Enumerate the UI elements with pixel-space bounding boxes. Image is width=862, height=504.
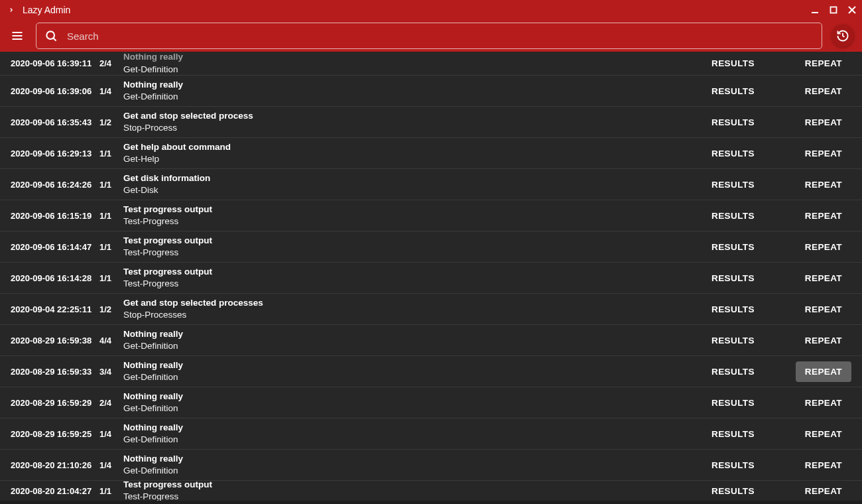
results-button[interactable]: RESULTS [702,330,764,351]
history-row: 2020-09-06 16:39:061/4Nothing reallyGet-… [0,76,862,107]
row-subtitle: Test-Progress [123,491,702,501]
history-row: 2020-09-06 16:14:471/1Test progress outp… [0,231,862,263]
row-description: Get and stop selected processStop-Proces… [123,110,702,134]
row-actions: RESULTSREPEAT [702,112,851,133]
row-subtitle: Get-Definition [123,403,702,414]
row-count: 1/4 [99,86,123,96]
row-subtitle: Get-Definition [123,465,702,477]
row-count: 1/1 [99,149,123,158]
row-title: Get and stop selected processes [123,297,702,309]
row-timestamp: 2020-09-06 16:24:26 [11,180,99,190]
results-button[interactable]: RESULTS [702,81,764,101]
history-row: 2020-08-29 16:59:292/4Nothing reallyGet-… [0,387,862,418]
row-timestamp: 2020-08-29 16:59:38 [11,336,99,346]
row-count: 1/1 [99,273,123,283]
row-count: 1/1 [99,242,123,252]
close-icon[interactable] [847,5,857,15]
row-timestamp: 2020-08-29 16:59:33 [11,367,99,377]
history-row: 2020-08-20 21:10:261/4Nothing reallyGet-… [0,450,862,481]
row-description: Nothing reallyGet-Definition [123,79,702,103]
history-row: 2020-08-29 16:59:333/4Nothing reallyGet-… [0,356,862,387]
results-button[interactable]: RESULTS [702,481,764,501]
row-timestamp: 2020-08-20 21:04:27 [11,486,99,496]
svg-line-8 [54,38,56,41]
history-row: 2020-09-06 16:24:261/1Get disk informati… [0,169,862,200]
toolbar [0,20,862,52]
row-title: Get disk information [123,172,702,184]
repeat-button[interactable]: REPEAT [796,393,851,413]
repeat-button[interactable]: REPEAT [796,174,851,195]
row-timestamp: 2020-08-29 16:59:25 [11,429,99,439]
results-button[interactable]: RESULTS [702,361,764,382]
results-button[interactable]: RESULTS [702,143,764,164]
repeat-button[interactable]: REPEAT [796,53,851,74]
row-actions: RESULTSREPEAT [702,143,851,164]
repeat-button[interactable]: REPEAT [796,424,851,444]
history-row: 2020-09-06 16:35:431/2Get and stop selec… [0,107,862,138]
search-input[interactable] [67,31,814,42]
row-actions: RESULTSREPEAT [702,299,851,320]
row-actions: RESULTSREPEAT [702,268,851,288]
row-description: Nothing reallyGet-Definition [123,391,702,414]
repeat-button[interactable]: REPEAT [796,481,851,501]
chevron-right-icon[interactable] [5,4,17,16]
history-row: 2020-08-29 16:59:384/4Nothing reallyGet-… [0,325,862,356]
repeat-button[interactable]: REPEAT [796,299,851,320]
results-button[interactable]: RESULTS [702,237,764,257]
results-button[interactable]: RESULTS [702,174,764,195]
row-description: Nothing reallyGet-Definition [123,422,702,446]
repeat-button[interactable]: REPEAT [796,143,851,164]
row-timestamp: 2020-09-06 16:14:47 [11,242,99,252]
repeat-button[interactable]: REPEAT [796,112,851,133]
row-title: Nothing really [123,359,702,371]
history-row: 2020-08-29 16:59:251/4Nothing reallyGet-… [0,418,862,450]
title-bar: Lazy Admin [0,0,862,20]
results-button[interactable]: RESULTS [702,424,764,444]
search-box[interactable] [36,23,822,49]
row-count: 4/4 [99,336,123,346]
row-title: Nothing really [123,328,702,340]
history-row: 2020-09-06 16:39:112/4Nothing reallyGet-… [0,52,862,76]
maximize-icon[interactable] [829,5,838,15]
repeat-button[interactable]: REPEAT [796,455,851,475]
results-button[interactable]: RESULTS [702,112,764,133]
minimize-icon[interactable] [810,5,820,15]
repeat-button[interactable]: REPEAT [796,330,851,351]
repeat-button[interactable]: REPEAT [796,81,851,101]
row-count: 1/2 [99,117,123,127]
row-subtitle: Get-Definition [123,64,702,76]
row-title: Nothing really [123,453,702,465]
results-button[interactable]: RESULTS [702,455,764,475]
row-title: Get and stop selected process [123,110,702,122]
row-timestamp: 2020-09-04 22:25:11 [11,304,99,314]
repeat-button[interactable]: REPEAT [796,268,851,288]
app-title: Lazy Admin [23,5,810,15]
row-subtitle: Stop-Process [123,122,702,134]
row-count: 1/4 [99,460,123,470]
row-actions: RESULTSREPEAT [702,455,851,475]
row-subtitle: Get-Definition [123,340,702,352]
row-timestamp: 2020-09-06 16:14:28 [11,273,99,283]
row-description: Test progress outputTest-Progress [123,235,702,259]
history-button[interactable] [831,25,854,47]
row-timestamp: 2020-08-20 21:10:26 [11,460,99,470]
results-button[interactable]: RESULTS [702,393,764,413]
repeat-button[interactable]: REPEAT [796,206,851,226]
repeat-button[interactable]: REPEAT [796,361,851,382]
row-title: Nothing really [123,391,702,403]
results-button[interactable]: RESULTS [702,206,764,226]
repeat-button[interactable]: REPEAT [796,237,851,257]
history-list: 2020-09-06 16:39:112/4Nothing reallyGet-… [0,52,862,504]
row-actions: RESULTSREPEAT [702,237,851,257]
row-count: 1/2 [99,304,123,314]
row-timestamp: 2020-09-06 16:29:13 [11,149,99,158]
svg-point-7 [46,31,54,39]
row-description: Nothing reallyGet-Definition [123,453,702,477]
results-button[interactable]: RESULTS [702,53,764,74]
results-button[interactable]: RESULTS [702,299,764,320]
history-row: 2020-09-06 16:15:191/1Test progress outp… [0,200,862,231]
row-actions: RESULTSREPEAT [702,206,851,226]
menu-icon[interactable] [8,27,27,45]
row-title: Nothing really [123,79,702,91]
results-button[interactable]: RESULTS [702,268,764,288]
